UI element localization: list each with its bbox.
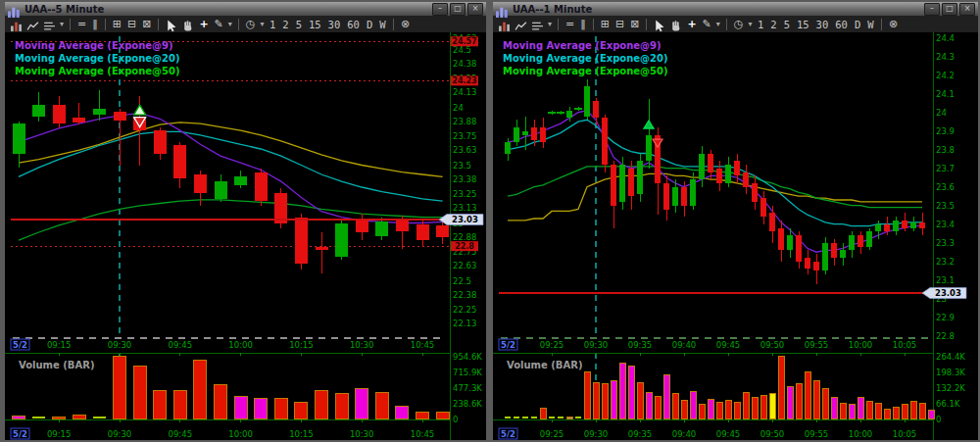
new-window-icon[interactable]: ⊞ — [598, 17, 612, 32]
interval-2-button[interactable]: 2 — [279, 17, 292, 32]
pan-tool-icon[interactable] — [669, 18, 682, 30]
minimize-button[interactable]: – — [432, 3, 448, 16]
remove-indicator-icon[interactable]: ⊗ — [398, 17, 413, 32]
horizontal-line-tool-icon[interactable]: = — [74, 17, 89, 32]
close-window-icon[interactable]: ⊠ — [627, 17, 642, 32]
interval-day-button[interactable]: D — [851, 17, 863, 32]
price-tick-label: 24 — [453, 103, 464, 113]
candle-down — [919, 222, 925, 228]
interval-1-button[interactable]: 1 — [266, 17, 278, 32]
indicator-labels: Moving Average (Expone@9) Moving Average… — [15, 39, 180, 77]
time-interval-dropdown[interactable]: ▾ — [746, 17, 754, 32]
cursor-tool-icon[interactable] — [165, 18, 177, 30]
candle-up — [893, 221, 899, 231]
time-interval-icon[interactable]: ◷ — [243, 17, 259, 32]
volume-tick-label: 0 — [936, 415, 941, 424]
indicator-label-ema50[interactable]: Moving Average (Expone@50) — [15, 65, 180, 77]
horizontal-line-tool-icon[interactable]: = — [563, 17, 577, 32]
candle-up — [13, 123, 25, 154]
interval-15-button[interactable]: 15 — [793, 17, 812, 32]
volume-bar — [505, 417, 511, 418]
date-label: 5/2 — [13, 340, 27, 350]
time-tick-label: 10:45 — [411, 340, 435, 350]
chart-style-dropdown[interactable]: ▾ — [58, 17, 66, 32]
window-titlebar[interactable]: UAA--1 Minute – □ × — [493, 2, 978, 16]
compare-icon[interactable] — [43, 18, 56, 30]
chart-style-dropdown[interactable]: ▾ — [546, 17, 554, 32]
last-price-tag-label: 23.03 — [935, 288, 961, 298]
volume-tick-label: 238.6K — [453, 399, 482, 409]
candle-chart-icon[interactable] — [10, 18, 23, 30]
chart-window-5min[interactable]: UAA--5 Minute – □ × ▾=‖⊞⊟⊠+✎▾◷▾125153060… — [0, 0, 488, 442]
indicator-label-ema9[interactable]: Moving Average (Expone@9) — [503, 39, 668, 52]
split-window-icon[interactable]: ⊟ — [124, 17, 139, 32]
candle-chart-icon[interactable] — [498, 18, 511, 30]
close-window-icon[interactable]: ⊠ — [139, 17, 154, 32]
interval-2-button[interactable]: 2 — [767, 17, 780, 32]
pan-tool-icon[interactable] — [181, 18, 194, 30]
interval-5-button[interactable]: 5 — [292, 17, 305, 32]
indicator-label-ema50[interactable]: Moving Average (Expone@50) — [503, 65, 668, 77]
draw-tool-dropdown[interactable]: ▾ — [226, 17, 234, 32]
chart-area[interactable]: 24.6324.524.3824.2524.132423.8823.7523.6… — [5, 32, 486, 440]
interval-30-button[interactable]: 30 — [324, 17, 344, 32]
interval-30-button[interactable]: 30 — [812, 17, 832, 32]
line-chart-icon[interactable] — [514, 18, 527, 30]
volume-bar — [13, 417, 25, 418]
interval-week-button[interactable]: W — [864, 17, 877, 32]
minimize-button[interactable]: – — [924, 3, 940, 16]
time-interval-icon[interactable]: ◷ — [731, 17, 747, 32]
indicator-label-ema20[interactable]: Moving Average (Expone@20) — [503, 52, 668, 65]
window-titlebar[interactable]: UAA--5 Minute – □ × — [5, 2, 486, 16]
price-chart-svg[interactable]: 24.6324.524.3824.2524.132423.8823.7523.6… — [5, 32, 486, 440]
interval-week-button[interactable]: W — [376, 17, 389, 32]
volume-bar — [752, 397, 758, 418]
volume-bar — [875, 404, 881, 418]
candle-doji — [557, 112, 564, 114]
toolbar-separator — [238, 19, 239, 30]
close-button[interactable]: × — [959, 3, 975, 16]
price-chart-svg[interactable]: 24.424.324.224.12423.923.823.723.623.523… — [493, 32, 978, 440]
cursor-tool-icon[interactable] — [653, 18, 665, 30]
draw-tool-icon[interactable]: ✎ — [212, 17, 226, 32]
candle-down — [805, 258, 810, 269]
time-interval-dropdown[interactable]: ▾ — [258, 17, 266, 32]
chart-window-1min[interactable]: UAA--1 Minute – □ × ▾=‖⊞⊟⊠+✎▾◷▾125153060… — [488, 0, 980, 442]
toolbar-separator — [558, 19, 559, 30]
close-button[interactable]: × — [467, 3, 483, 16]
crosshair-tool-icon[interactable]: + — [196, 17, 211, 32]
line-chart-icon[interactable] — [26, 18, 39, 30]
interval-day-button[interactable]: D — [363, 17, 375, 32]
chart-area[interactable]: 24.424.324.224.12423.923.823.723.623.523… — [493, 32, 978, 440]
time-tick-label: 09:45 — [169, 429, 193, 439]
indicator-label-ema9[interactable]: Moving Average (Expone@9) — [15, 39, 180, 52]
price-tick-label: 22.25 — [453, 305, 476, 315]
remove-indicator-icon[interactable]: ⊗ — [886, 17, 901, 32]
interval-5-button[interactable]: 5 — [780, 17, 793, 32]
interval-60-button[interactable]: 60 — [344, 17, 364, 32]
restore-button[interactable]: □ — [450, 3, 466, 16]
price-tick-label: 22.13 — [453, 319, 476, 328]
interval-1-button[interactable]: 1 — [754, 17, 766, 32]
window-title: UAA--5 Minute — [24, 4, 430, 15]
interval-15-button[interactable]: 15 — [305, 17, 324, 32]
volume-bar — [602, 383, 608, 418]
vertical-line-tool-icon[interactable]: ‖ — [89, 17, 101, 32]
volume-bar — [866, 402, 872, 418]
draw-tool-dropdown[interactable]: ▾ — [714, 17, 722, 32]
crosshair-tool-icon[interactable]: + — [684, 17, 699, 32]
indicator-label-ema20[interactable]: Moving Average (Expone@20) — [15, 52, 180, 65]
split-window-icon[interactable]: ⊟ — [612, 17, 627, 32]
interval-60-button[interactable]: 60 — [832, 17, 852, 32]
candle-down — [295, 218, 308, 264]
desktop: UAA--5 Minute – □ × ▾=‖⊞⊟⊠+✎▾◷▾125153060… — [0, 0, 980, 442]
candle-up — [822, 243, 828, 271]
price-tick-label: 23.6 — [936, 182, 955, 192]
vertical-line-tool-icon[interactable]: ‖ — [577, 17, 589, 32]
restore-button[interactable]: □ — [942, 3, 957, 16]
price-tick-label: 23.25 — [453, 189, 476, 199]
volume-pane-label: Volume (BAR) — [507, 360, 583, 370]
draw-tool-icon[interactable]: ✎ — [700, 17, 714, 32]
compare-icon[interactable] — [531, 18, 544, 30]
new-window-icon[interactable]: ⊞ — [110, 17, 124, 32]
